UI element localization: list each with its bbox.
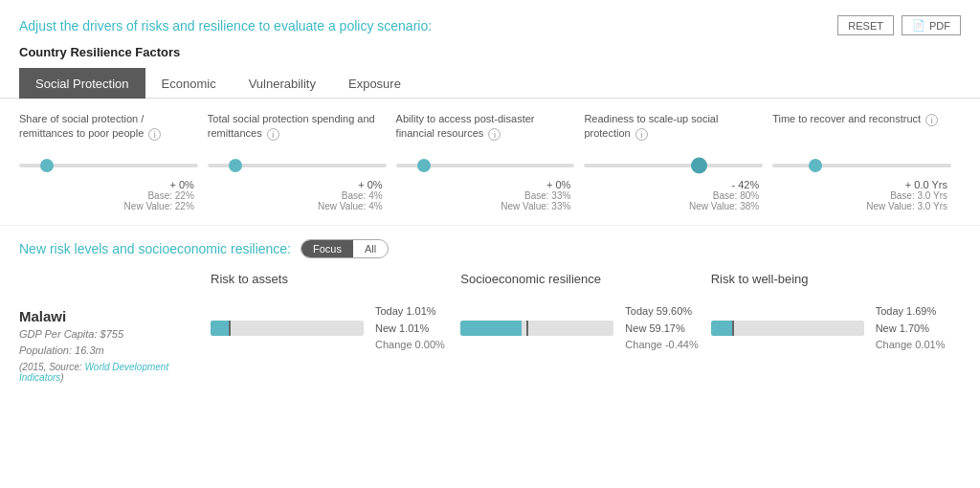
results-cols: Risk to assets Today 1.01% New 1.01% Cha… — [211, 272, 961, 383]
country-info: Malawi GDP Per Capita: $755 Population: … — [19, 272, 211, 383]
bar-resilience — [460, 321, 613, 336]
metric-header-assets: Risk to assets — [211, 272, 460, 286]
tab-social-protection[interactable]: Social Protection — [19, 68, 145, 99]
slider-change-1: + 0% — [19, 179, 194, 190]
country-name: Malawi — [19, 308, 201, 324]
slider-label-3: Ability to access post-disaster financia… — [396, 112, 575, 146]
slider-col-4: Readiness to scale-up social protection … — [584, 112, 772, 211]
info-icon-3[interactable]: i — [488, 128, 501, 141]
reset-button[interactable]: RESET — [837, 15, 894, 35]
metric-col-assets: Risk to assets Today 1.01% New 1.01% Cha… — [211, 272, 460, 383]
metric-content-assets: Today 1.01% New 1.01% Change 0.00% — [211, 303, 460, 354]
results-grid: Malawi GDP Per Capita: $755 Population: … — [19, 272, 961, 383]
slider-label-2: Total social protection spending and rem… — [208, 112, 387, 146]
resilience-change: Change -0.44% — [625, 337, 698, 354]
metric-vals-assets: Today 1.01% New 1.01% Change 0.00% — [375, 303, 445, 354]
slider-new-5: New Value: 3.0 Yrs — [772, 201, 947, 211]
bar-wellbeing — [711, 321, 864, 336]
metric-col-wellbeing: Risk to well-being Today 1.69% New 1.70%… — [711, 272, 961, 383]
country-source: (2015, Source: World Development Indicat… — [19, 362, 201, 383]
slider-label-1: Share of social protection / remittances… — [19, 112, 198, 146]
slider-new-2: New Value: 4% — [208, 201, 383, 211]
info-icon-5[interactable]: i — [925, 114, 938, 126]
info-icon-1[interactable]: i — [148, 128, 161, 141]
resilience-today: Today 59.60% — [625, 303, 698, 321]
info-icon-4[interactable]: i — [635, 128, 648, 141]
country-population: Population: 16.3m — [19, 343, 201, 359]
info-icon-2[interactable]: i — [267, 128, 279, 141]
slider-new-1: New Value: 22% — [19, 201, 194, 211]
metric-vals-wellbeing: Today 1.69% New 1.70% Change 0.01% — [876, 303, 946, 354]
slider-base-4: Base: 80% — [584, 190, 759, 201]
slider-base-3: Base: 33% — [396, 190, 571, 201]
slider-col-5: Time to recover and reconstruct i + 0.0 … — [772, 112, 961, 211]
wellbeing-today: Today 1.69% — [876, 303, 946, 321]
slider-change-2: + 0% — [208, 179, 383, 190]
slider-track-2[interactable] — [208, 156, 387, 175]
toggle-focus[interactable]: Focus — [301, 240, 353, 257]
pdf-icon: 📄 — [912, 19, 925, 32]
slider-label-5: Time to recover and reconstruct i — [772, 112, 951, 146]
header-buttons: RESET 📄 PDF — [837, 15, 961, 35]
slider-track-4[interactable] — [584, 156, 763, 175]
results-title: New risk levels and socioeconomic resili… — [19, 239, 961, 258]
slider-base-1: Base: 22% — [19, 190, 194, 201]
wellbeing-change: Change 0.01% — [876, 337, 946, 354]
slider-base-2: Base: 4% — [208, 190, 383, 201]
toggle-all[interactable]: All — [353, 240, 388, 257]
slider-col-1: Share of social protection / remittances… — [19, 112, 208, 211]
metric-col-resilience: Socioeconomic resilience Today 59.60% Ne… — [460, 272, 710, 383]
assets-new: New 1.01% — [375, 321, 445, 338]
tab-vulnerability[interactable]: Vulnerability — [233, 68, 332, 99]
sliders-section: Share of social protection / remittances… — [0, 112, 980, 226]
slider-change-4: - 42% — [584, 179, 759, 190]
tabs-container: Social Protection Economic Vulnerability… — [0, 67, 980, 99]
metric-header-wellbeing: Risk to well-being — [711, 272, 961, 286]
slider-change-5: + 0.0 Yrs — [772, 179, 947, 190]
slider-new-4: New Value: 38% — [584, 201, 759, 211]
results-section: New risk levels and socioeconomic resili… — [0, 226, 980, 392]
slider-base-5: Base: 3.0 Yrs — [772, 190, 947, 201]
wellbeing-new: New 1.70% — [876, 321, 946, 338]
metric-content-resilience: Today 59.60% New 59.17% Change -0.44% — [460, 303, 710, 354]
slider-new-3: New Value: 33% — [396, 201, 571, 211]
toggle-group: Focus All — [301, 239, 389, 258]
metric-content-wellbeing: Today 1.69% New 1.70% Change 0.01% — [711, 303, 961, 354]
slider-track-5[interactable] — [772, 156, 951, 175]
slider-col-3: Ability to access post-disaster financia… — [396, 112, 585, 211]
slider-track-3[interactable] — [396, 156, 575, 175]
assets-today: Today 1.01% — [375, 303, 445, 321]
slider-label-4: Readiness to scale-up social protection … — [584, 112, 763, 146]
tab-exposure[interactable]: Exposure — [332, 68, 417, 99]
slider-track-1[interactable] — [19, 156, 198, 175]
assets-change: Change 0.00% — [375, 337, 445, 354]
slider-change-3: + 0% — [396, 179, 571, 190]
tab-economic[interactable]: Economic — [145, 68, 233, 99]
slider-col-2: Total social protection spending and rem… — [208, 112, 396, 211]
resilience-new: New 59.17% — [625, 321, 698, 338]
pdf-button[interactable]: 📄 PDF — [902, 15, 961, 35]
country-gdp: GDP Per Capita: $755 — [19, 326, 201, 343]
page-title: Adjust the drivers of risks and resilien… — [19, 18, 432, 33]
section-label: Country Resilience Factors — [0, 45, 980, 67]
metric-vals-resilience: Today 59.60% New 59.17% Change -0.44% — [625, 303, 698, 354]
bar-assets — [211, 321, 364, 336]
metric-header-resilience: Socioeconomic resilience — [460, 272, 710, 286]
